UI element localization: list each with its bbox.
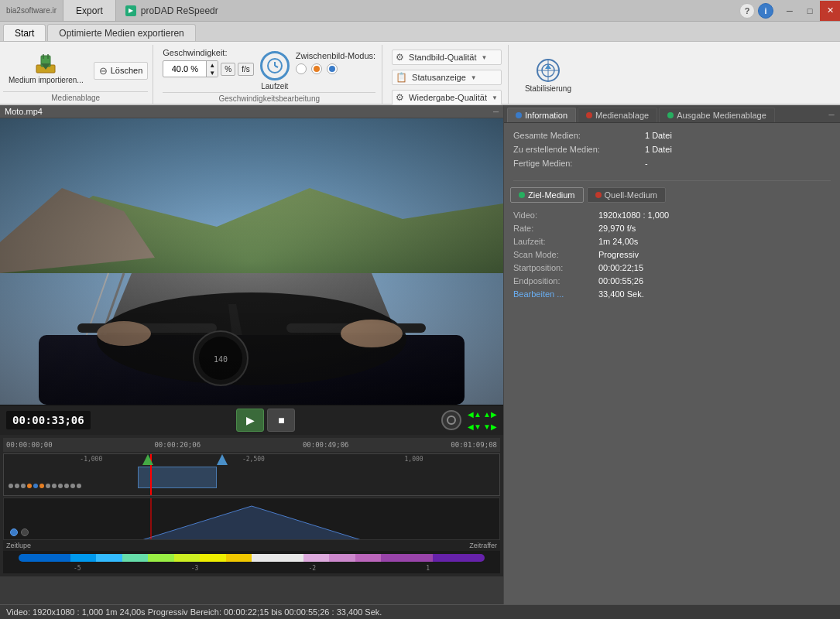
endpos-key: Endposition:	[513, 276, 598, 286]
svg-line-7	[275, 66, 278, 67]
ziel-medium-tab[interactable]: Ziel-Medium	[510, 187, 584, 203]
unit-percent-button[interactable]: %	[221, 63, 235, 76]
standbild-button[interactable]: ⚙ Standbild-Qualität ▼	[392, 50, 502, 65]
speed-label-left: Zeitlupe	[6, 542, 31, 549]
timeline-marker-end[interactable]	[217, 454, 228, 465]
timeline-mark-1: 00:00:20;06	[154, 441, 201, 449]
nav-up-left-button[interactable]: ◀▲	[468, 409, 482, 419]
dot	[21, 484, 26, 488]
video-panel: Moto.mp4 ─	[0, 105, 503, 604]
status-text: Video: 1920x1080 : 1,000 1m 24,00s Progr…	[6, 607, 382, 617]
wiedergabe-label: Wiedergabe-Qualität	[409, 93, 487, 102]
darstellung-group: ⚙ Standbild-Qualität ▼ 📋 Statusanzeige ▼…	[386, 45, 509, 104]
tab-ausgabe[interactable]: Ausgabe Medienablage	[659, 108, 775, 122]
title-export-tab[interactable]: Export	[63, 0, 116, 21]
right-panel: Information Medienablage Ausgabe Mediena…	[503, 105, 840, 604]
tab-start[interactable]: Start	[3, 24, 46, 41]
speed-up-arrow[interactable]: ▲	[207, 61, 218, 69]
radio-off[interactable]	[296, 63, 307, 74]
speed-input[interactable]	[163, 63, 206, 75]
minimize-button[interactable]: ─	[780, 1, 800, 21]
dot-orange	[27, 484, 32, 488]
geschwindigkeit-group: Geschwindigkeit: ▲ ▼ % f/s	[156, 45, 382, 104]
video-minimize-icon[interactable]: ─	[493, 108, 499, 116]
dot	[64, 484, 69, 488]
dot	[46, 484, 50, 488]
info-panel: Gesamte Medien: 1 Datei Zu erstellende M…	[504, 123, 840, 180]
stabilisierung-label: Stabilisierung	[525, 84, 571, 93]
panel-minimize-button[interactable]: ─	[826, 110, 837, 121]
dot-blue	[33, 484, 38, 488]
delete-button[interactable]: ⊖ Löschen	[94, 62, 149, 80]
standbild-icon: ⚙	[396, 52, 404, 63]
medienablage-group-label: Medienablage	[3, 91, 148, 104]
wiedergabe-dropdown-icon: ▼	[492, 94, 498, 101]
play-button[interactable]: ▶	[236, 409, 264, 432]
maximize-button[interactable]: □	[800, 1, 820, 21]
status-bar: Video: 1920x1080 : 1,000 1m 24,00s Progr…	[0, 604, 840, 619]
statusanzeige-button[interactable]: 📋 Statusanzeige ▼	[392, 70, 502, 85]
video-val: 1920x1080 : 1,000	[598, 210, 669, 220]
speed-down-arrow[interactable]: ▼	[207, 69, 218, 77]
import-button[interactable]: Medium importieren...	[3, 47, 89, 88]
quell-dot	[595, 192, 602, 198]
stabilisierung-group: Stabilisierung	[512, 45, 585, 104]
nav-down-right-button[interactable]: ▼▶	[483, 421, 497, 432]
gesamte-key: Gesamte Medien:	[513, 131, 645, 140]
laufzeit-label: Laufzeit	[261, 82, 288, 91]
unit-fps-button[interactable]: f/s	[238, 63, 254, 76]
delete-icon: ⊖	[99, 65, 108, 77]
timeline-mark-3: 00:01:09;08	[451, 441, 497, 449]
timeline-mark-2: 00:00:49;06	[303, 441, 349, 449]
close-button[interactable]: ✕	[820, 1, 840, 21]
timeline-marker-start[interactable]	[142, 454, 153, 465]
statusanzeige-label: Statusanzeige	[412, 73, 466, 82]
standbild-label: Standbild-Qualität	[409, 53, 476, 62]
dot	[58, 484, 63, 488]
help-question-icon[interactable]: ?	[739, 3, 755, 19]
wiedergabe-button[interactable]: ⚙ Wiedergabe-Qualität ▼	[392, 90, 502, 105]
dot	[70, 484, 75, 488]
wiedergabe-icon: ⚙	[396, 92, 404, 103]
tab-medienablage[interactable]: Medienablage	[578, 108, 657, 122]
stop-button[interactable]: ■	[267, 409, 295, 432]
nav-up-right-button[interactable]: ▲▶	[483, 409, 497, 419]
zu-erstellende-val: 1 Datei	[645, 145, 672, 154]
ziel-dot	[519, 192, 525, 198]
dot	[9, 484, 13, 488]
help-info-icon[interactable]: i	[758, 3, 773, 19]
scanmode-key: Scan Mode:	[513, 250, 598, 259]
dot	[15, 484, 19, 488]
quell-medium-tab[interactable]: Quell-Medium	[587, 187, 666, 203]
record-button[interactable]	[441, 410, 461, 430]
fertige-val: -	[645, 159, 648, 168]
nav-buttons: ◀▲ ▲▶ ◀▼ ▼▶	[468, 409, 497, 432]
dot	[52, 484, 57, 488]
radio-orange[interactable]	[311, 63, 322, 74]
statusanzeige-dropdown-icon: ▼	[471, 74, 477, 81]
tab-export[interactable]: Optimierte Medien exportieren	[47, 24, 195, 41]
nav-down-left-button[interactable]: ◀▼	[468, 421, 482, 432]
video-display: 140	[0, 118, 503, 405]
dot-orange	[39, 484, 44, 488]
stabilisierung-icon	[534, 56, 562, 84]
loop-dot-2[interactable]	[21, 528, 29, 536]
timeline-track[interactable]: -1,000 -2,500 1,000	[3, 453, 500, 496]
radio-blue[interactable]	[327, 63, 338, 74]
rate-val: 29,970 f/s	[598, 224, 636, 233]
laufzeit-button[interactable]	[260, 51, 290, 80]
import-icon	[33, 51, 58, 76]
stabilisierung-button[interactable]: Stabilisierung	[518, 53, 578, 97]
speed-label-right: Zeitraffer	[469, 542, 497, 549]
tab-information[interactable]: Information	[507, 108, 576, 122]
zu-erstellende-key: Zu erstellende Medien:	[513, 145, 645, 154]
bearbeiten-link[interactable]: Bearbeiten ...	[513, 289, 598, 299]
scanmode-val: Progressiv	[598, 250, 639, 259]
detail-panel: Video: 1920x1080 : 1,000 Rate: 29,970 f/…	[504, 206, 840, 307]
timeline-area: 00:00:00;00 00:00:20;06 00:00:49;06 00:0…	[0, 435, 503, 576]
geschwindigkeit-label: Geschwindigkeit:	[163, 48, 253, 57]
tab-media-dot	[586, 112, 592, 118]
loop-dot-1[interactable]	[10, 528, 18, 536]
video-key: Video:	[513, 210, 598, 220]
speed-graph[interactable]	[3, 498, 500, 540]
